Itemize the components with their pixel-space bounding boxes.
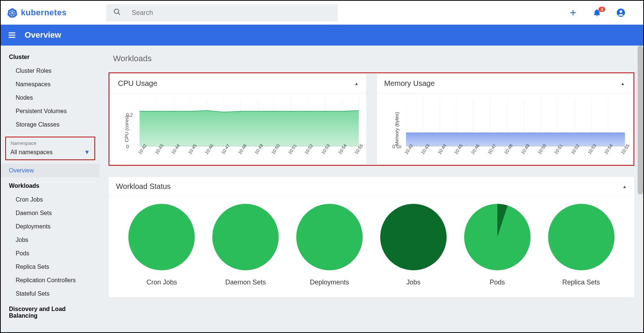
workload-status-pie (296, 204, 363, 270)
collapse-icon[interactable]: ▲ (354, 81, 359, 86)
workload-status-item: Deployments (288, 204, 372, 286)
collapse-icon[interactable]: ▲ (622, 184, 627, 189)
brand-text: kubernetes (21, 8, 66, 18)
notifications-button[interactable]: 3 (593, 8, 601, 17)
chart-ytick: 0.2 (126, 112, 133, 117)
topbar-actions: 3 (569, 8, 637, 17)
sidebar-item-overview[interactable]: Overview (1, 164, 100, 177)
main-content: Workloads CPU Usage ▲ CPU (cores) 10:421… (100, 46, 643, 332)
workload-status-card: Workload Status ▲ Cron Jobs Daemon Sets … (109, 177, 634, 298)
sidebar-item[interactable]: Stateful Sets (1, 287, 100, 301)
workload-status-item: Cron Jobs (120, 204, 204, 286)
collapse-icon[interactable]: ▲ (620, 81, 625, 86)
memory-usage-chart (406, 99, 625, 146)
sidebar-group-workloads[interactable]: Workloads (1, 177, 100, 193)
cpu-usage-chart (140, 99, 359, 146)
workload-status-item: Replica Sets (539, 204, 623, 286)
workload-status-item: Jobs (371, 204, 455, 286)
chart-ytick: 0 Gi (393, 144, 401, 149)
sidebar-group-cluster[interactable]: Cluster (1, 49, 100, 64)
cpu-y-axis-label: CPU (cores) (124, 115, 129, 142)
sidebar-item[interactable]: Daemon Sets (1, 206, 100, 220)
workload-status-label: Daemon Sets (225, 278, 266, 286)
sidebar: Cluster Cluster RolesNamespacesNodesPers… (1, 46, 100, 332)
scrollbar-thumb[interactable] (638, 46, 643, 194)
search-box[interactable] (106, 4, 338, 21)
workload-status-label: Pods (490, 278, 505, 286)
notifications-badge: 3 (598, 7, 605, 12)
sidebar-group-discovery[interactable]: Discovery and Load Balancing (1, 301, 100, 323)
sidebar-item[interactable]: Cron Jobs (1, 193, 100, 206)
memory-usage-title: Memory Usage (384, 79, 435, 88)
namespace-selector-value: All namespaces (10, 149, 53, 156)
account-button[interactable] (616, 8, 625, 17)
workload-status-pie (380, 204, 447, 270)
sidebar-item[interactable]: Jobs (1, 233, 100, 247)
svg-point-9 (114, 9, 119, 13)
brand: kubernetes (7, 8, 106, 18)
sidebar-item[interactable]: Nodes (1, 91, 100, 105)
namespace-selector[interactable]: Namespace All namespaces ▼ (5, 137, 95, 160)
workload-status-label: Deployments (310, 278, 349, 286)
workload-status-label: Cron Jobs (146, 278, 177, 286)
search-icon (113, 8, 121, 18)
workload-status-pie (212, 204, 279, 270)
svg-point-14 (620, 10, 622, 13)
sidebar-item[interactable]: Replica Sets (1, 260, 100, 274)
workload-status-item: Daemon Sets (204, 204, 288, 286)
sidebar-item[interactable]: Persistent Volumes (1, 105, 100, 118)
sidebar-item[interactable]: Storage Classes (1, 118, 100, 131)
create-button[interactable] (569, 8, 578, 17)
workload-status-item: Pods (455, 204, 539, 286)
sidebar-item[interactable]: Pods (1, 247, 100, 260)
workload-status-label: Replica Sets (562, 278, 600, 286)
namespace-selector-label: Namespace (10, 140, 90, 146)
kubernetes-logo-icon (7, 8, 17, 18)
topbar: kubernetes 3 (1, 1, 643, 25)
workload-status-label: Jobs (406, 278, 421, 286)
memory-usage-card: Memory Usage ▲ Memory (bytes) 10:4210:43… (377, 74, 633, 164)
section-title-workloads: Workloads (113, 54, 634, 63)
chart-ytick: 0 (126, 144, 129, 149)
svg-line-10 (118, 13, 120, 15)
usage-charts-row: CPU Usage ▲ CPU (cores) 10:4210:4310:441… (109, 72, 634, 166)
search-input[interactable] (132, 9, 331, 17)
workload-status-pie (128, 204, 195, 270)
sidebar-item[interactable]: Cluster Roles (1, 64, 100, 78)
menu-icon[interactable] (7, 31, 16, 40)
workload-status-title: Workload Status (116, 182, 171, 191)
sidebar-item[interactable]: Replication Controllers (1, 274, 100, 287)
subheader: Overview (1, 25, 643, 46)
workload-status-pie (464, 204, 531, 270)
cpu-usage-title: CPU Usage (118, 79, 157, 88)
sidebar-item[interactable]: Deployments (1, 220, 100, 233)
memory-y-axis-label: Memory (bytes) (394, 112, 399, 146)
page-header-title: Overview (25, 30, 61, 40)
chevron-down-icon: ▼ (84, 149, 90, 156)
sidebar-item[interactable]: Namespaces (1, 78, 100, 91)
cpu-usage-card: CPU Usage ▲ CPU (cores) 10:4210:4310:441… (110, 74, 366, 164)
workload-status-pie (548, 204, 615, 270)
